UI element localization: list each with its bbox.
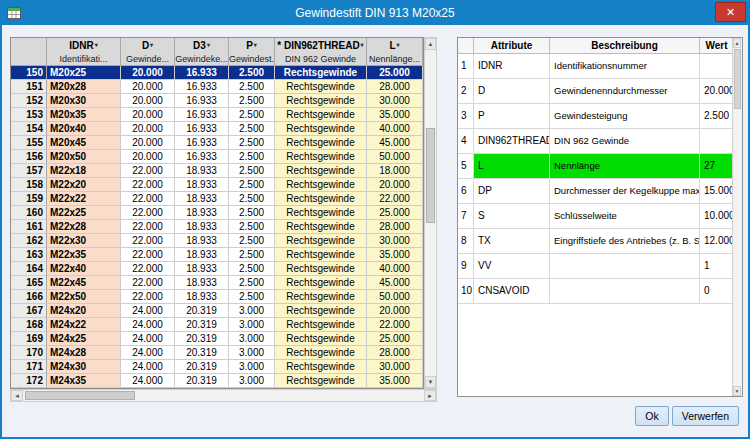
sort-icon[interactable]: ▾: [254, 42, 257, 48]
cell-p[interactable]: 2.500: [229, 136, 275, 150]
table-row[interactable]: 157M22x1822.00018.9332.500Rechtsgewinde1…: [11, 164, 423, 178]
cell-p[interactable]: 2.500: [229, 192, 275, 206]
cell-d[interactable]: 22.000: [121, 276, 175, 290]
cell-l[interactable]: 28.000: [367, 346, 423, 360]
table-row[interactable]: 161M22x2822.00018.9332.500Rechtsgewinde2…: [11, 220, 423, 234]
cell-p[interactable]: 2.500: [229, 220, 275, 234]
title-bar[interactable]: Gewindestift DIN 913 M20x25 ✕: [2, 2, 748, 25]
row-number[interactable]: 165: [11, 276, 47, 290]
row-number[interactable]: 152: [11, 94, 47, 108]
cell-l[interactable]: 20.000: [367, 178, 423, 192]
cell-beschreibung[interactable]: DIN 962 Gewinde: [550, 129, 700, 154]
cell-d[interactable]: 20.000: [121, 150, 175, 164]
cell-p[interactable]: 2.500: [229, 206, 275, 220]
cell-thread[interactable]: Rechtsgewinde: [275, 332, 367, 346]
cell-wert[interactable]: 20.000: [700, 79, 734, 104]
table-row[interactable]: 150M20x2520.00016.9332.500Rechtsgewinde2…: [11, 66, 423, 80]
cell-p[interactable]: 2.500: [229, 178, 275, 192]
column-header-l[interactable]: L▾ Nennlänge...: [367, 38, 423, 66]
cell-d3[interactable]: 20.319: [175, 360, 229, 374]
cell-d3[interactable]: 18.933: [175, 164, 229, 178]
discard-button[interactable]: Verwerfen: [672, 406, 739, 426]
cell-attribute[interactable]: TX: [474, 229, 550, 254]
table-row[interactable]: 166M22x5022.00018.9332.500Rechtsgewinde5…: [11, 290, 423, 304]
row-number[interactable]: 163: [11, 248, 47, 262]
cell-d3[interactable]: 18.933: [175, 276, 229, 290]
column-header-idnr[interactable]: IDNR▾ Identifikati...: [47, 38, 121, 66]
cell-d[interactable]: 20.000: [121, 80, 175, 94]
cell-l[interactable]: 30.000: [367, 94, 423, 108]
attribute-row[interactable]: 2DGewindenenndurchmesser20.000: [458, 79, 734, 104]
scroll-up-icon[interactable]: ▲: [733, 38, 741, 48]
cell-l[interactable]: 30.000: [367, 360, 423, 374]
cell-attribute[interactable]: L: [474, 154, 550, 179]
cell-d[interactable]: 24.000: [121, 346, 175, 360]
cell-thread[interactable]: Rechtsgewinde: [275, 80, 367, 94]
cell-idnr[interactable]: M22x45: [47, 276, 121, 290]
cell-idnr[interactable]: M24x22: [47, 318, 121, 332]
table-row[interactable]: 165M22x4522.00018.9332.500Rechtsgewinde4…: [11, 276, 423, 290]
cell-wert[interactable]: 1: [700, 254, 734, 279]
cell-wert[interactable]: 15.000: [700, 179, 734, 204]
cell-p[interactable]: 3.000: [229, 318, 275, 332]
cell-l[interactable]: 50.000: [367, 290, 423, 304]
cell-d3[interactable]: 18.933: [175, 248, 229, 262]
column-header-attribute[interactable]: Attribute: [474, 38, 550, 54]
row-number[interactable]: 150: [11, 66, 47, 80]
cell-d[interactable]: 20.000: [121, 122, 175, 136]
cell-p[interactable]: 2.500: [229, 94, 275, 108]
cell-d[interactable]: 22.000: [121, 206, 175, 220]
row-number[interactable]: 158: [11, 178, 47, 192]
cell-wert[interactable]: 10.000: [700, 204, 734, 229]
table-row[interactable]: 169M24x2524.00020.3193.000Rechtsgewinde2…: [11, 332, 423, 346]
cell-l[interactable]: 25.000: [367, 66, 423, 80]
cell-thread[interactable]: Rechtsgewinde: [275, 304, 367, 318]
table-row[interactable]: 159M22x2222.00018.9332.500Rechtsgewinde2…: [11, 192, 423, 206]
cell-l[interactable]: 35.000: [367, 248, 423, 262]
attribute-row[interactable]: 9VV1: [458, 254, 734, 279]
cell-l[interactable]: 40.000: [367, 262, 423, 276]
cell-thread[interactable]: Rechtsgewinde: [275, 374, 367, 388]
cell-attribute[interactable]: P: [474, 104, 550, 129]
cell-thread[interactable]: Rechtsgewinde: [275, 248, 367, 262]
row-number[interactable]: 151: [11, 80, 47, 94]
table-row[interactable]: 155M20x4520.00016.9332.500Rechtsgewinde4…: [11, 136, 423, 150]
row-number[interactable]: 162: [11, 234, 47, 248]
cell-d[interactable]: 22.000: [121, 192, 175, 206]
sort-icon[interactable]: ▾: [207, 42, 210, 48]
cell-l[interactable]: 22.000: [367, 318, 423, 332]
cell-p[interactable]: 2.500: [229, 276, 275, 290]
scroll-right-icon[interactable]: ►: [424, 390, 436, 401]
cell-d[interactable]: 22.000: [121, 178, 175, 192]
cell-d3[interactable]: 18.933: [175, 220, 229, 234]
cell-thread[interactable]: Rechtsgewinde: [275, 234, 367, 248]
cell-p[interactable]: 2.500: [229, 234, 275, 248]
cell-l[interactable]: 30.000: [367, 234, 423, 248]
cell-d[interactable]: 20.000: [121, 108, 175, 122]
cell-idnr[interactable]: M22x35: [47, 248, 121, 262]
cell-idnr[interactable]: M20x28: [47, 80, 121, 94]
column-header-p[interactable]: P▾ Gewindest...: [229, 38, 275, 66]
cell-d[interactable]: 22.000: [121, 234, 175, 248]
sort-icon[interactable]: ▾: [361, 42, 364, 48]
sort-icon[interactable]: ▾: [397, 42, 400, 48]
cell-p[interactable]: 3.000: [229, 374, 275, 388]
cell-d[interactable]: 24.000: [121, 332, 175, 346]
row-number[interactable]: 167: [11, 304, 47, 318]
cell-idnr[interactable]: M22x40: [47, 262, 121, 276]
row-number[interactable]: 161: [11, 220, 47, 234]
attribute-row[interactable]: 5LNennlänge27: [458, 154, 734, 179]
cell-attribute[interactable]: CNSAVOID: [474, 279, 550, 304]
scroll-down-icon[interactable]: ▼: [425, 376, 436, 388]
column-header-d3[interactable]: D3▾ Gewindeke...: [175, 38, 229, 66]
cell-d3[interactable]: 16.933: [175, 122, 229, 136]
cell-d[interactable]: 20.000: [121, 94, 175, 108]
cell-p[interactable]: 2.500: [229, 262, 275, 276]
cell-l[interactable]: 22.000: [367, 192, 423, 206]
cell-p[interactable]: 2.500: [229, 66, 275, 80]
cell-p[interactable]: 3.000: [229, 346, 275, 360]
row-number[interactable]: 155: [11, 136, 47, 150]
cell-idnr[interactable]: M22x20: [47, 178, 121, 192]
cell-beschreibung[interactable]: Durchmesser der Kegelkuppe max.: [550, 179, 700, 204]
cell-thread[interactable]: Rechtsgewinde: [275, 360, 367, 374]
